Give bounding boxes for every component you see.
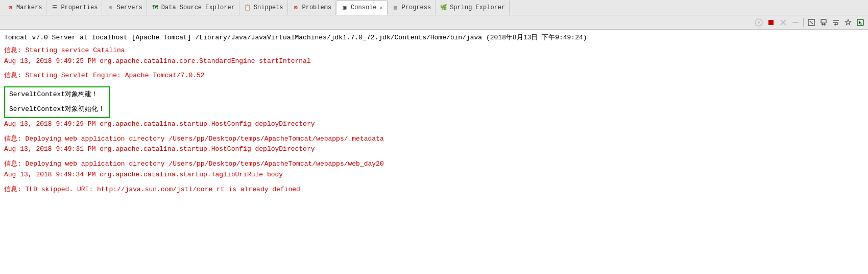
word-wrap-icon bbox=[832, 18, 840, 27]
markers-icon: ⊠ bbox=[6, 4, 14, 12]
tab-progress-label: Progress bbox=[402, 4, 431, 11]
scroll-lock-icon bbox=[819, 18, 828, 27]
open-console-icon bbox=[856, 18, 864, 27]
problems-icon: ⊠ bbox=[292, 4, 300, 12]
console-line-4: 信息: Starting Servlet Engine: Apache Tomc… bbox=[4, 71, 864, 81]
pin-icon bbox=[844, 18, 852, 27]
tab-properties[interactable]: ☰ Properties bbox=[46, 1, 102, 15]
console-toolbar bbox=[0, 15, 868, 30]
tab-servers-label: Servers bbox=[116, 4, 142, 11]
toolbar-btn-run[interactable] bbox=[753, 17, 764, 28]
snippets-icon: 📋 bbox=[244, 4, 252, 12]
tab-bar: ⊠ Markers ☰ Properties ⚙ Servers 🗺 Data … bbox=[0, 0, 868, 15]
servers-icon: ⚙ bbox=[106, 4, 114, 12]
tab-servers[interactable]: ⚙ Servers bbox=[102, 1, 147, 15]
progress-icon: ▦ bbox=[392, 4, 400, 12]
console-line-highlight-1: ServeltContext对象构建！ bbox=[9, 89, 105, 100]
toolbar-btn-scroll-lock[interactable] bbox=[818, 17, 829, 28]
tab-console[interactable]: ▣ Console ✕ bbox=[336, 1, 387, 15]
datasource-icon: 🗺 bbox=[151, 4, 159, 12]
tab-problems-label: Problems bbox=[302, 4, 332, 11]
console-line-11: 信息: Deploying web application directory … bbox=[4, 159, 864, 170]
toolbar-btn-remove[interactable] bbox=[790, 17, 801, 28]
console-line-2: Aug 13, 2018 9:49:25 PM org.apache.catal… bbox=[4, 56, 864, 67]
console-line-13 bbox=[4, 180, 864, 185]
console-line-highlight-gap bbox=[9, 100, 105, 104]
tab-properties-label: Properties bbox=[61, 4, 98, 11]
run-icon bbox=[755, 18, 763, 27]
spring-icon: 🌿 bbox=[440, 4, 448, 12]
clear-icon bbox=[807, 18, 815, 27]
console-line-7 bbox=[4, 130, 864, 134]
tab-snippets[interactable]: 📋 Snippets bbox=[239, 1, 288, 15]
toolbar-separator-1 bbox=[803, 18, 804, 27]
toolbar-btn-stop[interactable] bbox=[765, 17, 777, 28]
console-line-5 bbox=[4, 81, 864, 85]
tab-datasource-label: Data Source Explorer bbox=[161, 4, 235, 11]
console-line-6: Aug 13, 2018 9:49:29 PM org.apache.catal… bbox=[4, 119, 864, 130]
svg-line-6 bbox=[810, 21, 813, 24]
highlight-box: ServeltContext对象构建！ ServeltContext对象初始化！ bbox=[4, 86, 110, 118]
console-line-9: Aug 13, 2018 9:49:31 PM org.apache.catal… bbox=[4, 144, 864, 155]
console-line-3 bbox=[4, 66, 864, 71]
console-header: Tomcat v7.0 Server at localhost [Apache … bbox=[4, 33, 864, 43]
console-line-highlight-2: ServeltContext对象初始化！ bbox=[9, 104, 105, 115]
stop-icon bbox=[767, 18, 775, 27]
console-area[interactable]: Tomcat v7.0 Server at localhost [Apache … bbox=[0, 30, 868, 274]
tab-spring-explorer[interactable]: 🌿 Spring Explorer bbox=[436, 1, 510, 15]
svg-rect-7 bbox=[821, 19, 826, 23]
tab-datasource[interactable]: 🗺 Data Source Explorer bbox=[147, 1, 239, 15]
tab-snippets-label: Snippets bbox=[254, 4, 283, 11]
tab-console-label: Console bbox=[351, 4, 376, 11]
toolbar-btn-terminate[interactable] bbox=[778, 17, 789, 28]
terminate-icon bbox=[779, 18, 787, 27]
main-container: ⊠ Markers ☰ Properties ⚙ Servers 🗺 Data … bbox=[0, 0, 868, 274]
toolbar-btn-clear[interactable] bbox=[806, 17, 817, 28]
svg-rect-1 bbox=[768, 20, 774, 25]
console-line-12: Aug 13, 2018 9:49:34 PM org.apache.catal… bbox=[4, 170, 864, 180]
console-line-1: 信息: Starting service Catalina bbox=[4, 45, 864, 56]
toolbar-btn-pin[interactable] bbox=[842, 17, 854, 28]
toolbar-btn-word-wrap[interactable] bbox=[830, 17, 841, 28]
properties-icon: ☰ bbox=[51, 4, 59, 12]
tab-markers[interactable]: ⊠ Markers bbox=[2, 1, 46, 15]
tab-spring-explorer-label: Spring Explorer bbox=[450, 4, 505, 11]
tab-progress[interactable]: ▦ Progress bbox=[388, 1, 436, 15]
toolbar-btn-open-console[interactable] bbox=[855, 17, 866, 28]
console-icon: ▣ bbox=[341, 4, 349, 12]
console-close-icon[interactable]: ✕ bbox=[380, 5, 383, 11]
tab-problems[interactable]: ⊠ Problems bbox=[288, 1, 336, 15]
console-line-14: 信息: TLD skipped. URI: http://java.sun.co… bbox=[4, 185, 864, 195]
tab-markers-label: Markers bbox=[16, 4, 42, 11]
console-line-10 bbox=[4, 155, 864, 159]
console-line-8: 信息: Deploying web application directory … bbox=[4, 134, 864, 145]
remove-icon bbox=[791, 18, 800, 27]
